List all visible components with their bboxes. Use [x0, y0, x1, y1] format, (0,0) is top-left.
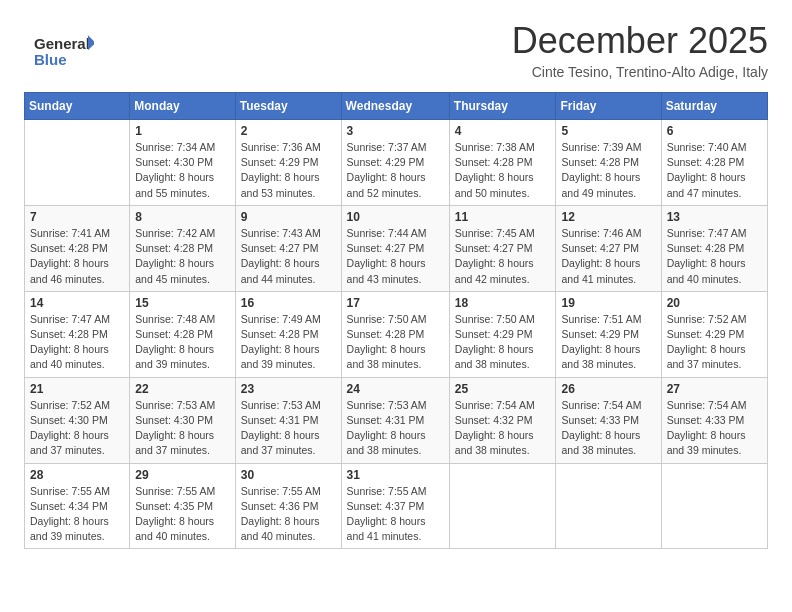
week-row-3: 14Sunrise: 7:47 AMSunset: 4:28 PMDayligh…	[25, 291, 768, 377]
header-wednesday: Wednesday	[341, 93, 449, 120]
day-number: 27	[667, 382, 762, 396]
day-info: Sunrise: 7:53 AMSunset: 4:31 PMDaylight:…	[347, 398, 444, 459]
location-subtitle: Cinte Tesino, Trentino-Alto Adige, Italy	[512, 64, 768, 80]
calendar-cell: 13Sunrise: 7:47 AMSunset: 4:28 PMDayligh…	[661, 205, 767, 291]
day-number: 21	[30, 382, 124, 396]
calendar-cell: 28Sunrise: 7:55 AMSunset: 4:34 PMDayligh…	[25, 463, 130, 549]
day-info: Sunrise: 7:55 AMSunset: 4:37 PMDaylight:…	[347, 484, 444, 545]
calendar-cell	[556, 463, 661, 549]
calendar-cell: 1Sunrise: 7:34 AMSunset: 4:30 PMDaylight…	[130, 120, 236, 206]
calendar-cell: 15Sunrise: 7:48 AMSunset: 4:28 PMDayligh…	[130, 291, 236, 377]
calendar-cell: 6Sunrise: 7:40 AMSunset: 4:28 PMDaylight…	[661, 120, 767, 206]
week-row-4: 21Sunrise: 7:52 AMSunset: 4:30 PMDayligh…	[25, 377, 768, 463]
day-info: Sunrise: 7:50 AMSunset: 4:28 PMDaylight:…	[347, 312, 444, 373]
day-number: 5	[561, 124, 655, 138]
day-info: Sunrise: 7:43 AMSunset: 4:27 PMDaylight:…	[241, 226, 336, 287]
week-row-1: 1Sunrise: 7:34 AMSunset: 4:30 PMDaylight…	[25, 120, 768, 206]
header-saturday: Saturday	[661, 93, 767, 120]
day-info: Sunrise: 7:42 AMSunset: 4:28 PMDaylight:…	[135, 226, 230, 287]
calendar-cell: 25Sunrise: 7:54 AMSunset: 4:32 PMDayligh…	[449, 377, 556, 463]
day-info: Sunrise: 7:54 AMSunset: 4:33 PMDaylight:…	[667, 398, 762, 459]
day-number: 6	[667, 124, 762, 138]
day-info: Sunrise: 7:54 AMSunset: 4:33 PMDaylight:…	[561, 398, 655, 459]
day-number: 2	[241, 124, 336, 138]
week-row-2: 7Sunrise: 7:41 AMSunset: 4:28 PMDaylight…	[25, 205, 768, 291]
calendar-cell: 10Sunrise: 7:44 AMSunset: 4:27 PMDayligh…	[341, 205, 449, 291]
day-info: Sunrise: 7:48 AMSunset: 4:28 PMDaylight:…	[135, 312, 230, 373]
day-info: Sunrise: 7:45 AMSunset: 4:27 PMDaylight:…	[455, 226, 551, 287]
header-friday: Friday	[556, 93, 661, 120]
day-info: Sunrise: 7:49 AMSunset: 4:28 PMDaylight:…	[241, 312, 336, 373]
week-row-5: 28Sunrise: 7:55 AMSunset: 4:34 PMDayligh…	[25, 463, 768, 549]
day-number: 7	[30, 210, 124, 224]
day-info: Sunrise: 7:53 AMSunset: 4:31 PMDaylight:…	[241, 398, 336, 459]
page-header: General Blue December 2025 Cinte Tesino,…	[24, 20, 768, 80]
calendar-cell: 14Sunrise: 7:47 AMSunset: 4:28 PMDayligh…	[25, 291, 130, 377]
day-number: 20	[667, 296, 762, 310]
svg-marker-2	[88, 35, 96, 50]
calendar-cell: 29Sunrise: 7:55 AMSunset: 4:35 PMDayligh…	[130, 463, 236, 549]
calendar-cell: 9Sunrise: 7:43 AMSunset: 4:27 PMDaylight…	[235, 205, 341, 291]
calendar-cell: 20Sunrise: 7:52 AMSunset: 4:29 PMDayligh…	[661, 291, 767, 377]
day-info: Sunrise: 7:46 AMSunset: 4:27 PMDaylight:…	[561, 226, 655, 287]
day-info: Sunrise: 7:53 AMSunset: 4:30 PMDaylight:…	[135, 398, 230, 459]
calendar-cell	[449, 463, 556, 549]
day-number: 17	[347, 296, 444, 310]
day-number: 16	[241, 296, 336, 310]
calendar-cell: 18Sunrise: 7:50 AMSunset: 4:29 PMDayligh…	[449, 291, 556, 377]
day-info: Sunrise: 7:41 AMSunset: 4:28 PMDaylight:…	[30, 226, 124, 287]
calendar-cell: 27Sunrise: 7:54 AMSunset: 4:33 PMDayligh…	[661, 377, 767, 463]
calendar-cell: 8Sunrise: 7:42 AMSunset: 4:28 PMDaylight…	[130, 205, 236, 291]
svg-text:Blue: Blue	[34, 51, 67, 68]
calendar-cell: 23Sunrise: 7:53 AMSunset: 4:31 PMDayligh…	[235, 377, 341, 463]
calendar-cell: 5Sunrise: 7:39 AMSunset: 4:28 PMDaylight…	[556, 120, 661, 206]
day-number: 12	[561, 210, 655, 224]
calendar-cell	[25, 120, 130, 206]
calendar-cell: 22Sunrise: 7:53 AMSunset: 4:30 PMDayligh…	[130, 377, 236, 463]
day-number: 19	[561, 296, 655, 310]
day-number: 13	[667, 210, 762, 224]
day-number: 28	[30, 468, 124, 482]
calendar-cell: 16Sunrise: 7:49 AMSunset: 4:28 PMDayligh…	[235, 291, 341, 377]
header-sunday: Sunday	[25, 93, 130, 120]
calendar-cell: 26Sunrise: 7:54 AMSunset: 4:33 PMDayligh…	[556, 377, 661, 463]
calendar-table: SundayMondayTuesdayWednesdayThursdayFrid…	[24, 92, 768, 549]
day-number: 14	[30, 296, 124, 310]
day-info: Sunrise: 7:34 AMSunset: 4:30 PMDaylight:…	[135, 140, 230, 201]
day-info: Sunrise: 7:51 AMSunset: 4:29 PMDaylight:…	[561, 312, 655, 373]
day-number: 25	[455, 382, 551, 396]
header-monday: Monday	[130, 93, 236, 120]
day-number: 23	[241, 382, 336, 396]
day-info: Sunrise: 7:38 AMSunset: 4:28 PMDaylight:…	[455, 140, 551, 201]
day-info: Sunrise: 7:50 AMSunset: 4:29 PMDaylight:…	[455, 312, 551, 373]
calendar-cell: 4Sunrise: 7:38 AMSunset: 4:28 PMDaylight…	[449, 120, 556, 206]
day-info: Sunrise: 7:39 AMSunset: 4:28 PMDaylight:…	[561, 140, 655, 201]
day-info: Sunrise: 7:52 AMSunset: 4:30 PMDaylight:…	[30, 398, 124, 459]
day-number: 30	[241, 468, 336, 482]
calendar-cell: 17Sunrise: 7:50 AMSunset: 4:28 PMDayligh…	[341, 291, 449, 377]
calendar-cell	[661, 463, 767, 549]
calendar-cell: 12Sunrise: 7:46 AMSunset: 4:27 PMDayligh…	[556, 205, 661, 291]
day-number: 1	[135, 124, 230, 138]
calendar-cell: 3Sunrise: 7:37 AMSunset: 4:29 PMDaylight…	[341, 120, 449, 206]
day-info: Sunrise: 7:47 AMSunset: 4:28 PMDaylight:…	[667, 226, 762, 287]
day-number: 18	[455, 296, 551, 310]
calendar-cell: 31Sunrise: 7:55 AMSunset: 4:37 PMDayligh…	[341, 463, 449, 549]
day-number: 3	[347, 124, 444, 138]
day-number: 10	[347, 210, 444, 224]
calendar-cell: 7Sunrise: 7:41 AMSunset: 4:28 PMDaylight…	[25, 205, 130, 291]
day-info: Sunrise: 7:44 AMSunset: 4:27 PMDaylight:…	[347, 226, 444, 287]
svg-text:General: General	[34, 35, 90, 52]
logo: General Blue	[24, 26, 108, 76]
day-info: Sunrise: 7:36 AMSunset: 4:29 PMDaylight:…	[241, 140, 336, 201]
day-info: Sunrise: 7:37 AMSunset: 4:29 PMDaylight:…	[347, 140, 444, 201]
calendar-cell: 11Sunrise: 7:45 AMSunset: 4:27 PMDayligh…	[449, 205, 556, 291]
day-info: Sunrise: 7:52 AMSunset: 4:29 PMDaylight:…	[667, 312, 762, 373]
day-number: 8	[135, 210, 230, 224]
calendar-cell: 24Sunrise: 7:53 AMSunset: 4:31 PMDayligh…	[341, 377, 449, 463]
header-thursday: Thursday	[449, 93, 556, 120]
month-title: December 2025	[512, 20, 768, 62]
calendar-cell: 21Sunrise: 7:52 AMSunset: 4:30 PMDayligh…	[25, 377, 130, 463]
day-info: Sunrise: 7:54 AMSunset: 4:32 PMDaylight:…	[455, 398, 551, 459]
day-info: Sunrise: 7:55 AMSunset: 4:35 PMDaylight:…	[135, 484, 230, 545]
